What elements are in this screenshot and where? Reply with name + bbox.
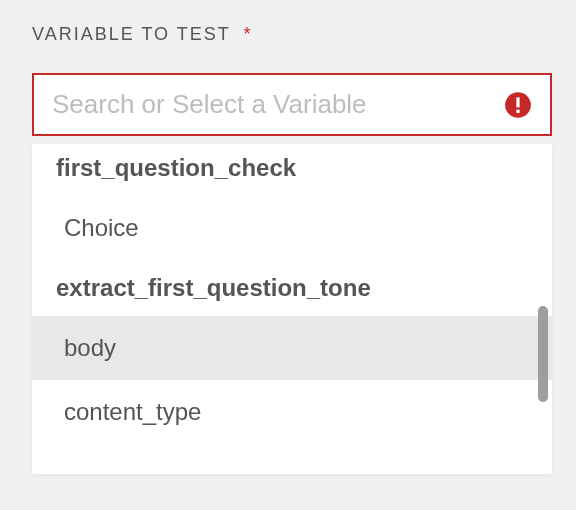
scrollbar-thumb[interactable]: [538, 306, 548, 402]
required-asterisk: *: [243, 24, 252, 44]
dropdown-option[interactable]: body: [32, 316, 552, 380]
variable-select-input-container[interactable]: [32, 73, 552, 136]
variable-search-input[interactable]: [52, 89, 492, 120]
svg-rect-1: [516, 97, 519, 107]
field-label-text: VARIABLE TO TEST: [32, 24, 230, 44]
variable-dropdown-panel: first_question_check Choice extract_firs…: [32, 144, 552, 474]
dropdown-option[interactable]: content_type: [32, 380, 552, 444]
error-icon: [504, 91, 532, 119]
dropdown-group-header: first_question_check: [32, 144, 552, 196]
field-label: VARIABLE TO TEST *: [32, 24, 552, 45]
svg-rect-2: [516, 109, 519, 112]
dropdown-option[interactable]: Choice: [32, 196, 552, 260]
dropdown-group-header: extract_first_question_tone: [32, 260, 552, 316]
variable-dropdown-list: first_question_check Choice extract_firs…: [32, 144, 552, 474]
scrollbar-track: [538, 144, 548, 474]
